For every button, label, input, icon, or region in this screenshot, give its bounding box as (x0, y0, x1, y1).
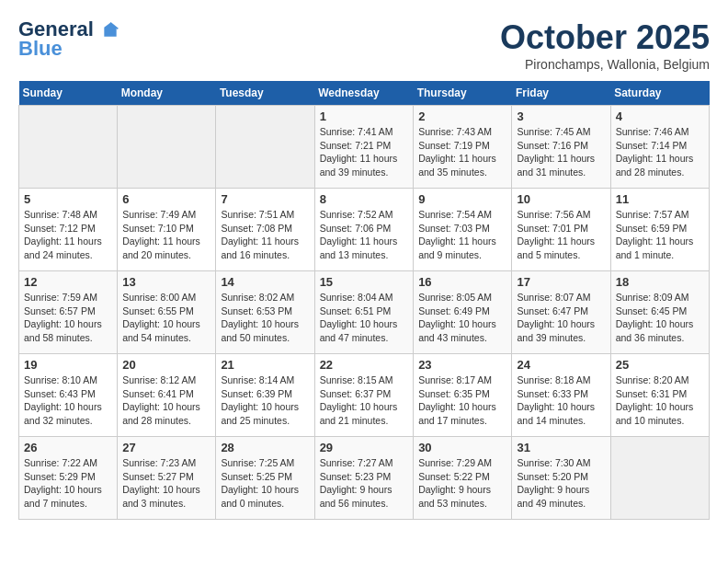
calendar-cell (216, 106, 314, 189)
day-info: Sunrise: 8:09 AM Sunset: 6:45 PM Dayligh… (616, 291, 704, 345)
day-number: 7 (221, 192, 309, 206)
calendar-cell: 2Sunrise: 7:43 AM Sunset: 7:19 PM Daylig… (414, 106, 512, 189)
day-number: 10 (517, 192, 605, 206)
calendar-cell: 21Sunrise: 8:14 AM Sunset: 6:39 PM Dayli… (216, 354, 314, 437)
weekday-header-friday: Friday (512, 81, 610, 106)
day-info: Sunrise: 8:18 AM Sunset: 6:33 PM Dayligh… (517, 373, 605, 428)
calendar-cell: 18Sunrise: 8:09 AM Sunset: 6:45 PM Dayli… (610, 271, 709, 354)
month-title: October 2025 (500, 18, 710, 57)
day-info: Sunrise: 8:17 AM Sunset: 6:35 PM Dayligh… (418, 373, 506, 428)
day-number: 28 (221, 441, 309, 454)
day-number: 4 (616, 109, 704, 123)
day-number: 5 (24, 192, 112, 206)
calendar-cell: 3Sunrise: 7:45 AM Sunset: 7:16 PM Daylig… (512, 106, 610, 189)
day-info: Sunrise: 7:29 AM Sunset: 5:22 PM Dayligh… (418, 456, 506, 511)
day-info: Sunrise: 7:41 AM Sunset: 7:21 PM Dayligh… (320, 125, 409, 179)
day-info: Sunrise: 7:51 AM Sunset: 7:08 PM Dayligh… (221, 208, 309, 262)
day-number: 12 (24, 275, 112, 289)
day-number: 16 (418, 275, 506, 289)
calendar-cell: 16Sunrise: 8:05 AM Sunset: 6:49 PM Dayli… (414, 271, 512, 354)
day-info: Sunrise: 8:20 AM Sunset: 6:31 PM Dayligh… (616, 373, 704, 428)
page-header: General Blue October 2025 Pironchamps, W… (18, 18, 710, 72)
day-info: Sunrise: 8:14 AM Sunset: 6:39 PM Dayligh… (221, 373, 309, 428)
weekday-header-row: SundayMondayTuesdayWednesdayThursdayFrid… (19, 81, 710, 106)
weekday-header-thursday: Thursday (414, 81, 512, 106)
week-row-3: 12Sunrise: 7:59 AM Sunset: 6:57 PM Dayli… (19, 271, 710, 354)
day-info: Sunrise: 7:23 AM Sunset: 5:27 PM Dayligh… (122, 456, 210, 511)
day-number: 15 (320, 275, 409, 289)
day-info: Sunrise: 8:04 AM Sunset: 6:51 PM Dayligh… (320, 291, 409, 345)
day-number: 20 (122, 358, 210, 372)
day-number: 14 (221, 275, 309, 289)
calendar-cell: 11Sunrise: 7:57 AM Sunset: 6:59 PM Dayli… (610, 189, 709, 271)
week-row-2: 5Sunrise: 7:48 AM Sunset: 7:12 PM Daylig… (19, 189, 710, 271)
day-info: Sunrise: 8:15 AM Sunset: 6:37 PM Dayligh… (320, 373, 409, 428)
day-info: Sunrise: 8:05 AM Sunset: 6:49 PM Dayligh… (418, 291, 506, 345)
calendar-cell: 28Sunrise: 7:25 AM Sunset: 5:25 PM Dayli… (216, 437, 314, 520)
location-subtitle: Pironchamps, Wallonia, Belgium (500, 57, 710, 72)
calendar-cell: 10Sunrise: 7:56 AM Sunset: 7:01 PM Dayli… (512, 189, 610, 271)
day-info: Sunrise: 7:43 AM Sunset: 7:19 PM Dayligh… (418, 125, 506, 179)
day-info: Sunrise: 7:48 AM Sunset: 7:12 PM Dayligh… (24, 208, 112, 262)
day-info: Sunrise: 7:56 AM Sunset: 7:01 PM Dayligh… (517, 208, 605, 262)
calendar-cell (118, 106, 216, 189)
calendar-cell: 17Sunrise: 8:07 AM Sunset: 6:47 PM Dayli… (512, 271, 610, 354)
day-number: 29 (320, 441, 409, 454)
logo: General Blue (18, 18, 119, 61)
day-number: 26 (24, 441, 112, 454)
day-number: 18 (616, 275, 704, 289)
day-number: 1 (320, 109, 409, 123)
calendar-cell (19, 106, 118, 189)
day-number: 6 (122, 192, 210, 206)
calendar-cell: 22Sunrise: 8:15 AM Sunset: 6:37 PM Dayli… (314, 354, 414, 437)
calendar-cell: 4Sunrise: 7:46 AM Sunset: 7:14 PM Daylig… (610, 106, 709, 189)
day-info: Sunrise: 7:49 AM Sunset: 7:10 PM Dayligh… (122, 208, 210, 262)
calendar-cell: 24Sunrise: 8:18 AM Sunset: 6:33 PM Dayli… (512, 354, 610, 437)
weekday-header-wednesday: Wednesday (314, 81, 414, 106)
logo-icon (101, 21, 119, 40)
calendar-cell: 14Sunrise: 8:02 AM Sunset: 6:53 PM Dayli… (216, 271, 314, 354)
day-number: 2 (418, 109, 506, 123)
day-number: 13 (122, 275, 210, 289)
day-number: 8 (320, 192, 409, 206)
calendar-cell (610, 437, 709, 520)
day-number: 23 (418, 358, 506, 372)
day-info: Sunrise: 7:25 AM Sunset: 5:25 PM Dayligh… (221, 456, 309, 511)
calendar-cell: 23Sunrise: 8:17 AM Sunset: 6:35 PM Dayli… (414, 354, 512, 437)
day-info: Sunrise: 7:59 AM Sunset: 6:57 PM Dayligh… (24, 291, 112, 345)
logo-blue: Blue (18, 37, 63, 61)
week-row-5: 26Sunrise: 7:22 AM Sunset: 5:29 PM Dayli… (19, 437, 710, 520)
day-info: Sunrise: 7:27 AM Sunset: 5:23 PM Dayligh… (320, 456, 409, 511)
calendar-cell: 6Sunrise: 7:49 AM Sunset: 7:10 PM Daylig… (118, 189, 216, 271)
weekday-header-monday: Monday (118, 81, 216, 106)
calendar-cell: 19Sunrise: 8:10 AM Sunset: 6:43 PM Dayli… (19, 354, 118, 437)
day-info: Sunrise: 8:12 AM Sunset: 6:41 PM Dayligh… (122, 373, 210, 428)
day-number: 24 (517, 358, 605, 372)
weekday-header-sunday: Sunday (19, 81, 118, 106)
calendar-cell: 15Sunrise: 8:04 AM Sunset: 6:51 PM Dayli… (314, 271, 414, 354)
calendar-cell: 12Sunrise: 7:59 AM Sunset: 6:57 PM Dayli… (19, 271, 118, 354)
day-info: Sunrise: 7:46 AM Sunset: 7:14 PM Dayligh… (616, 125, 704, 179)
calendar-cell: 8Sunrise: 7:52 AM Sunset: 7:06 PM Daylig… (314, 189, 414, 271)
calendar-cell: 30Sunrise: 7:29 AM Sunset: 5:22 PM Dayli… (414, 437, 512, 520)
calendar-cell: 31Sunrise: 7:30 AM Sunset: 5:20 PM Dayli… (512, 437, 610, 520)
title-block: October 2025 Pironchamps, Wallonia, Belg… (500, 18, 710, 72)
day-info: Sunrise: 7:45 AM Sunset: 7:16 PM Dayligh… (517, 125, 605, 179)
day-info: Sunrise: 7:54 AM Sunset: 7:03 PM Dayligh… (418, 208, 506, 262)
day-info: Sunrise: 8:00 AM Sunset: 6:55 PM Dayligh… (122, 291, 210, 345)
day-number: 27 (122, 441, 210, 454)
day-info: Sunrise: 8:07 AM Sunset: 6:47 PM Dayligh… (517, 291, 605, 345)
calendar-table: SundayMondayTuesdayWednesdayThursdayFrid… (18, 81, 710, 520)
day-number: 22 (320, 358, 409, 372)
calendar-cell: 20Sunrise: 8:12 AM Sunset: 6:41 PM Dayli… (118, 354, 216, 437)
calendar-cell: 9Sunrise: 7:54 AM Sunset: 7:03 PM Daylig… (414, 189, 512, 271)
week-row-1: 1Sunrise: 7:41 AM Sunset: 7:21 PM Daylig… (19, 106, 710, 189)
day-info: Sunrise: 7:57 AM Sunset: 6:59 PM Dayligh… (616, 208, 704, 262)
calendar-cell: 5Sunrise: 7:48 AM Sunset: 7:12 PM Daylig… (19, 189, 118, 271)
day-info: Sunrise: 8:10 AM Sunset: 6:43 PM Dayligh… (24, 373, 112, 428)
weekday-header-tuesday: Tuesday (216, 81, 314, 106)
day-number: 25 (616, 358, 704, 372)
day-number: 3 (517, 109, 605, 123)
week-row-4: 19Sunrise: 8:10 AM Sunset: 6:43 PM Dayli… (19, 354, 710, 437)
calendar-cell: 13Sunrise: 8:00 AM Sunset: 6:55 PM Dayli… (118, 271, 216, 354)
